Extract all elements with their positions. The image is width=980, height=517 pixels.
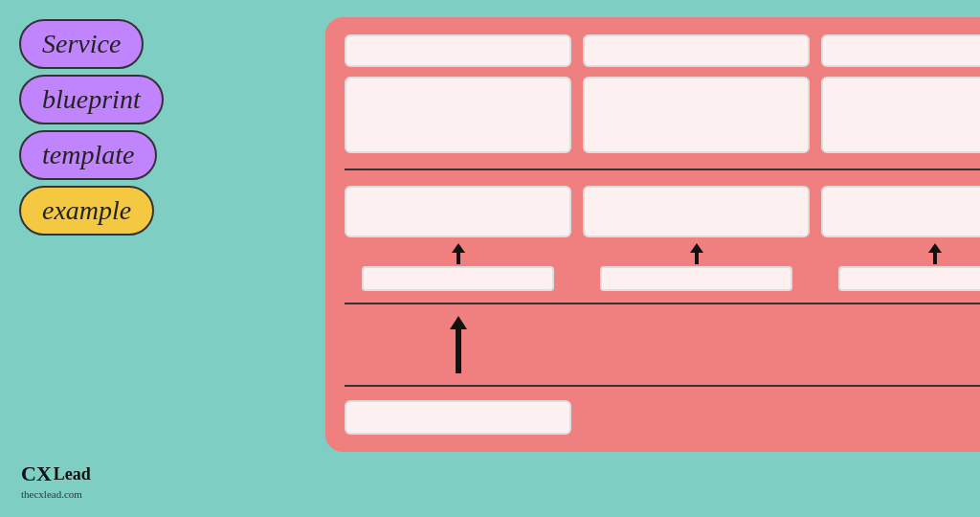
box-wide-2 (583, 34, 810, 67)
arrow-stem-1 (457, 253, 460, 264)
box-medium-2 (583, 186, 810, 237)
tall-arrow (450, 316, 467, 373)
arrowhead-3 (928, 243, 942, 253)
divider-1 (345, 169, 980, 170)
label-service: Service (19, 19, 144, 69)
divider-2 (345, 303, 980, 304)
row-bottom (345, 400, 980, 435)
label-example: example (19, 186, 154, 236)
label-template: template (19, 130, 157, 180)
logo-area: CX Lead thecxlead.com (21, 461, 91, 500)
box-wide-1 (345, 34, 571, 67)
logo: CX Lead (21, 461, 91, 486)
logo-lead: Lead (54, 464, 91, 484)
arrow-stem-3 (933, 253, 937, 264)
box-medium-1 (345, 186, 571, 237)
box-square-3 (821, 77, 980, 153)
arrow-col-2 (583, 243, 810, 291)
arrow-col-1 (345, 243, 571, 291)
blueprint-container (325, 17, 980, 452)
row-square-boxes (345, 77, 980, 153)
arrow-stem-2 (695, 253, 699, 264)
logo-cx: CX (21, 461, 52, 486)
divider-3 (345, 385, 980, 387)
box-square-2 (583, 77, 810, 153)
box-bottom-1 (345, 400, 571, 435)
box-square-1 (345, 77, 571, 153)
arrowhead-2 (690, 243, 703, 253)
tall-arrow-stem (456, 329, 461, 373)
arrow-up-1 (452, 243, 465, 264)
arrowhead-1 (452, 243, 465, 253)
empty-col-2 (583, 316, 810, 373)
arrow-up-3 (928, 243, 942, 264)
row-wide-boxes (345, 34, 980, 67)
box-wide-3 (821, 34, 980, 67)
box-small-3 (838, 266, 980, 291)
tall-arrowhead (450, 316, 467, 329)
box-small-2 (600, 266, 792, 291)
arrow-up-2 (690, 243, 703, 264)
label-blueprint: blueprint (19, 75, 164, 124)
box-medium-3 (821, 186, 980, 237)
arrow-col-3 (821, 243, 980, 291)
tall-arrow-col (345, 316, 571, 373)
labels-area: Service blueprint template example (19, 19, 164, 236)
empty-col-3 (821, 316, 980, 373)
logo-website: thecxlead.com (21, 488, 91, 500)
row-small-arrow-boxes (345, 243, 980, 291)
row-medium-boxes (345, 186, 980, 237)
row-below-divider (345, 316, 980, 373)
box-small-1 (362, 266, 554, 291)
